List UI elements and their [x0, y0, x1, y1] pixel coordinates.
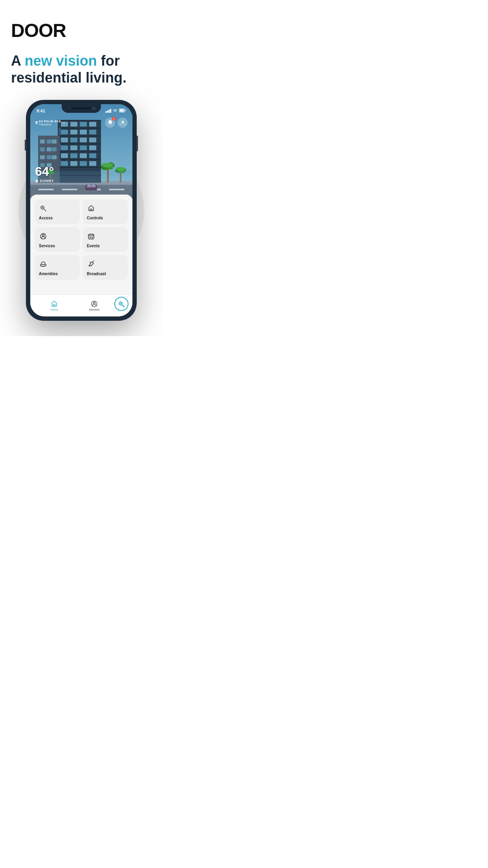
- signal-bar-1: [105, 111, 106, 113]
- svg-rect-13: [58, 159, 101, 160]
- svg-rect-23: [89, 130, 96, 134]
- svg-rect-31: [89, 145, 96, 150]
- tile-amenities[interactable]: Amenities: [35, 255, 80, 280]
- tile-controls[interactable]: Controls: [83, 199, 128, 224]
- svg-rect-49: [52, 147, 57, 151]
- svg-rect-38: [80, 161, 87, 166]
- bell-icon: [108, 120, 113, 125]
- svg-rect-44: [40, 140, 45, 143]
- profile-button[interactable]: [117, 118, 128, 128]
- main-content: Access Controls: [30, 195, 132, 297]
- notch: [62, 104, 101, 113]
- condition-text: SUNNY: [40, 179, 54, 183]
- svg-point-82: [42, 207, 43, 208]
- svg-rect-86: [90, 237, 91, 238]
- svg-rect-10: [58, 136, 101, 136]
- battery-icon: [119, 108, 126, 113]
- feature-grid: Access Controls: [30, 195, 132, 285]
- nav-key-button[interactable]: [114, 297, 128, 311]
- tile-events[interactable]: Events: [83, 227, 128, 252]
- svg-point-76: [36, 180, 38, 182]
- nav-home[interactable]: Home: [34, 300, 74, 311]
- svg-rect-39: [89, 161, 96, 166]
- svg-rect-50: [40, 155, 45, 159]
- phone-container: 9:41: [11, 100, 152, 320]
- svg-rect-51: [47, 155, 51, 159]
- tile-services[interactable]: Services: [35, 227, 80, 252]
- tagline-highlight: new vision: [25, 53, 97, 69]
- svg-rect-29: [70, 145, 77, 150]
- svg-point-75: [122, 121, 124, 123]
- svg-rect-46: [52, 140, 57, 143]
- app-header: 64 PALM AVE. Pasadena: [30, 115, 132, 130]
- location-street: 64 PALM AVE.: [39, 120, 62, 123]
- sun-icon: [35, 179, 39, 183]
- tile-access[interactable]: Access: [35, 199, 80, 224]
- nav-services-label: Services: [89, 308, 100, 311]
- key-nav-icon: [118, 300, 125, 307]
- location-text: 64 PALM AVE. Pasadena: [39, 120, 62, 126]
- speaker: [72, 107, 91, 109]
- camera: [92, 107, 95, 110]
- tile-events-label: Events: [87, 244, 124, 248]
- svg-rect-33: [70, 153, 77, 158]
- tile-broadcast[interactable]: Broadcast: [83, 255, 128, 280]
- svg-point-63: [116, 167, 125, 171]
- signal-bar-2: [107, 110, 108, 113]
- svg-rect-36: [61, 161, 68, 166]
- nav-home-label: Home: [51, 308, 58, 311]
- svg-rect-47: [40, 147, 45, 151]
- svg-point-92: [120, 303, 121, 304]
- svg-rect-48: [47, 147, 51, 151]
- brand-title: DOOR: [11, 20, 152, 41]
- location-city: Pasadena: [39, 123, 62, 126]
- svg-point-88: [89, 265, 90, 267]
- status-icons: [105, 108, 126, 113]
- svg-rect-30: [80, 145, 87, 150]
- services-nav-icon: [91, 300, 98, 307]
- services-icon: [39, 232, 48, 241]
- svg-rect-74: [120, 109, 124, 112]
- broadcast-icon: [87, 260, 95, 268]
- bottom-nav: Home Services: [30, 294, 132, 316]
- svg-rect-11: [58, 143, 101, 144]
- access-icon: [39, 204, 48, 213]
- tile-services-label: Services: [39, 244, 76, 248]
- svg-rect-28: [61, 145, 68, 150]
- page-wrapper: DOOR A new vision for residential living…: [0, 0, 163, 336]
- dropdown-arrow-icon: [63, 121, 65, 124]
- profile-icon: [120, 120, 125, 125]
- phone-screen: 9:41: [30, 104, 132, 316]
- tagline-prefix: A: [11, 53, 25, 69]
- weather-info: 64° SUNNY: [35, 164, 54, 183]
- svg-rect-14: [58, 167, 101, 168]
- signal-bar-4: [110, 109, 111, 113]
- svg-rect-20: [61, 130, 68, 134]
- svg-rect-26: [80, 138, 87, 142]
- svg-rect-12: [58, 151, 101, 152]
- events-icon: [87, 232, 95, 241]
- notification-button[interactable]: 1: [105, 118, 115, 128]
- svg-point-90: [94, 302, 95, 304]
- svg-point-84: [42, 235, 44, 237]
- svg-rect-21: [70, 130, 77, 134]
- svg-rect-25: [70, 138, 77, 142]
- svg-rect-35: [89, 153, 96, 158]
- nav-services[interactable]: Services: [74, 300, 114, 311]
- controls-icon: [87, 204, 95, 213]
- svg-rect-24: [61, 138, 68, 142]
- svg-rect-45: [47, 140, 51, 143]
- header-icons: 1: [105, 118, 128, 128]
- amenities-icon: [39, 260, 48, 268]
- location-badge[interactable]: 64 PALM AVE. Pasadena: [35, 120, 65, 126]
- svg-point-59: [102, 163, 113, 167]
- side-button-right: [136, 136, 138, 151]
- notification-badge: 1: [112, 117, 116, 121]
- side-button-left: [25, 140, 26, 151]
- status-time: 9:41: [37, 108, 45, 113]
- signal-bars: [105, 109, 111, 113]
- svg-rect-32: [61, 153, 68, 158]
- phone-mockup: 9:41: [26, 100, 136, 320]
- tile-amenities-label: Amenities: [39, 272, 76, 276]
- wifi-icon: [113, 109, 117, 113]
